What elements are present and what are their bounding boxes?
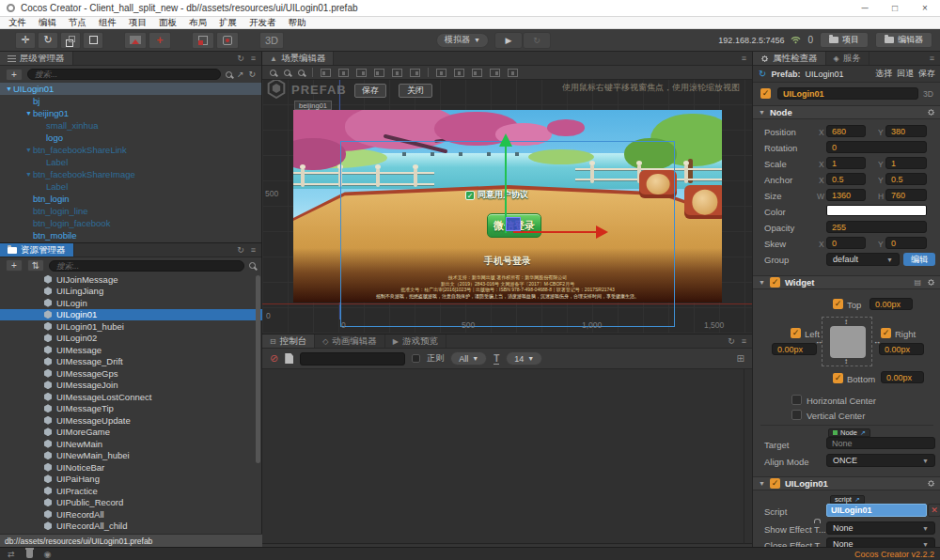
- vertical-center-checkbox[interactable]: [791, 410, 802, 420]
- add-node-button[interactable]: +: [6, 69, 23, 81]
- gizmo-x-arrow-icon[interactable]: [596, 226, 608, 239]
- tree-node[interactable]: logo: [0, 132, 261, 144]
- tree-node[interactable]: small_xinhua: [0, 119, 261, 132]
- scene-canvas[interactable]: PREFAB 保存 关闭 使用鼠标右键平移视窗焦点，使用滚轮缩放视图 beiji…: [262, 80, 752, 334]
- tree-node[interactable]: ▼beijing01: [0, 107, 261, 119]
- script-enabled-checkbox[interactable]: ✓: [770, 478, 780, 489]
- asset-item[interactable]: UIMoreGame: [0, 427, 262, 439]
- scale-y-field[interactable]: 1: [885, 157, 927, 169]
- sort-assets-button[interactable]: ⇅: [27, 259, 44, 272]
- add-asset-button[interactable]: +: [6, 259, 23, 272]
- size-w-field[interactable]: 1360: [826, 189, 866, 201]
- panel-refresh-icon[interactable]: ↻: [237, 245, 244, 255]
- gizmo-y-arrow-icon[interactable]: [499, 133, 512, 147]
- tree-node-uilogin01[interactable]: ▼UILogin01: [0, 83, 261, 95]
- skew-y-field[interactable]: 0: [885, 237, 927, 249]
- menu-panel[interactable]: 面板: [159, 17, 177, 29]
- panel-menu-icon[interactable]: ≡: [742, 54, 746, 63]
- log-level-dropdown[interactable]: All▼: [450, 351, 487, 366]
- assets-scrollbar[interactable]: [256, 275, 260, 463]
- widget-bottom-checkbox[interactable]: ✓: [833, 373, 843, 383]
- assets-search-input[interactable]: [49, 260, 244, 272]
- anchor-y-field[interactable]: 0.5: [885, 173, 927, 185]
- expand-all-icon[interactable]: ↗: [237, 70, 244, 79]
- position-y-field[interactable]: 380: [885, 125, 927, 137]
- panel-menu-icon[interactable]: ≡: [251, 245, 256, 255]
- prefab-select-link[interactable]: 选择: [875, 68, 892, 80]
- panel-menu-icon[interactable]: ≡: [930, 54, 934, 63]
- close-prefab-button[interactable]: 关闭: [399, 84, 432, 98]
- distribute-v-icon[interactable]: [454, 69, 464, 77]
- tab-scene-editor[interactable]: ▲ 场景编辑器: [262, 52, 334, 65]
- menu-developer[interactable]: 开发者: [249, 17, 276, 29]
- tab-service[interactable]: ◈ 服务: [826, 52, 870, 65]
- sync-assets-icon[interactable]: ⇄: [8, 550, 15, 559]
- group-dropdown[interactable]: default▼: [826, 253, 900, 266]
- console-scrollbar[interactable]: [744, 369, 744, 544]
- tab-inspector[interactable]: 属性检查器: [753, 52, 826, 65]
- panel-popout-icon[interactable]: ↻: [728, 336, 735, 346]
- mode-3d-button[interactable]: 3D: [259, 32, 284, 49]
- align-bottom-icon[interactable]: [410, 69, 420, 77]
- tab-hierarchy[interactable]: 层级管理器: [0, 52, 73, 65]
- close-effect-dropdown[interactable]: None▼: [826, 537, 935, 547]
- rotate-tool-button[interactable]: ↻: [38, 32, 58, 49]
- asset-item[interactable]: UILogin01_hubei: [0, 320, 262, 333]
- asset-item-selected[interactable]: UILogin01: [0, 309, 262, 321]
- open-editor-button[interactable]: 编辑器: [875, 32, 932, 48]
- asset-item[interactable]: UIPractice: [0, 485, 262, 497]
- widget-left-field[interactable]: 0.00px: [772, 343, 817, 355]
- help-icon[interactable]: ▤: [914, 278, 921, 287]
- gizmo-x-axis[interactable]: [513, 231, 596, 233]
- save-prefab-button[interactable]: 保存: [354, 84, 386, 98]
- asset-item[interactable]: UILogin02: [0, 333, 262, 345]
- rect-snap-button[interactable]: [192, 32, 214, 49]
- trash-icon[interactable]: [26, 550, 33, 558]
- gear-icon[interactable]: [927, 108, 935, 117]
- asset-item[interactable]: UIJoinMessage: [0, 273, 262, 286]
- align-right-icon[interactable]: [356, 69, 367, 77]
- prefab-save-link[interactable]: 保存: [918, 68, 935, 80]
- tree-node[interactable]: bj: [0, 95, 261, 107]
- gear-icon[interactable]: [927, 479, 935, 488]
- node-active-checkbox[interactable]: ✓: [760, 88, 771, 99]
- tab-assets[interactable]: 资源管理器: [0, 243, 74, 257]
- asset-item[interactable]: UIMessageLostConnect: [0, 391, 262, 403]
- position-x-field[interactable]: 680: [826, 125, 866, 137]
- search-icon[interactable]: [249, 262, 256, 269]
- tree-node[interactable]: btn_login: [0, 193, 261, 205]
- collapse-arrow-icon[interactable]: ▼: [759, 279, 765, 286]
- horizontal-center-checkbox[interactable]: [791, 395, 802, 405]
- clear-console-icon[interactable]: ⊘: [270, 352, 278, 365]
- asset-item[interactable]: UILogin: [0, 297, 262, 309]
- eye-icon[interactable]: ◉: [44, 550, 52, 559]
- gizmo-center-handle[interactable]: [506, 217, 521, 231]
- menu-edit[interactable]: 编辑: [39, 17, 56, 29]
- pivot-toggle-button[interactable]: [124, 32, 147, 49]
- refresh-tree-icon[interactable]: ↻: [248, 70, 256, 79]
- hierarchy-search-input[interactable]: [27, 69, 221, 80]
- tree-node[interactable]: btn_mobile: [0, 229, 261, 241]
- panel-menu-icon[interactable]: ≡: [251, 54, 256, 63]
- asset-item[interactable]: UIMessageGps: [0, 367, 262, 380]
- menu-extension[interactable]: 扩展: [219, 17, 237, 29]
- size-h-field[interactable]: 760: [885, 189, 927, 201]
- collapse-arrow-icon[interactable]: ▼: [759, 480, 765, 487]
- widget-left-checkbox[interactable]: ✓: [791, 328, 801, 338]
- tab-console[interactable]: ⊟ 控制台: [262, 334, 315, 348]
- tree-node[interactable]: Label: [0, 180, 261, 193]
- distribute-h-icon[interactable]: [436, 69, 446, 77]
- zoom-in-icon[interactable]: [270, 70, 276, 76]
- asset-item[interactable]: UIRecordAll: [0, 508, 262, 521]
- same-height-icon[interactable]: [490, 69, 500, 77]
- anchor-x-field[interactable]: 0.5: [826, 173, 866, 185]
- widget-top-checkbox[interactable]: ✓: [833, 299, 843, 309]
- tree-node[interactable]: btn_login_facebook: [0, 217, 261, 229]
- widget-bottom-field[interactable]: 0.00px: [881, 371, 924, 383]
- zoom-out-icon[interactable]: [284, 70, 290, 76]
- menu-help[interactable]: 帮助: [289, 17, 306, 29]
- open-link-icon[interactable]: ↗: [860, 429, 866, 437]
- panel-refresh-icon[interactable]: ↻: [237, 54, 244, 63]
- tree-node[interactable]: ▼btn_facebookShareLink: [0, 144, 261, 156]
- align-top-icon[interactable]: [374, 69, 384, 77]
